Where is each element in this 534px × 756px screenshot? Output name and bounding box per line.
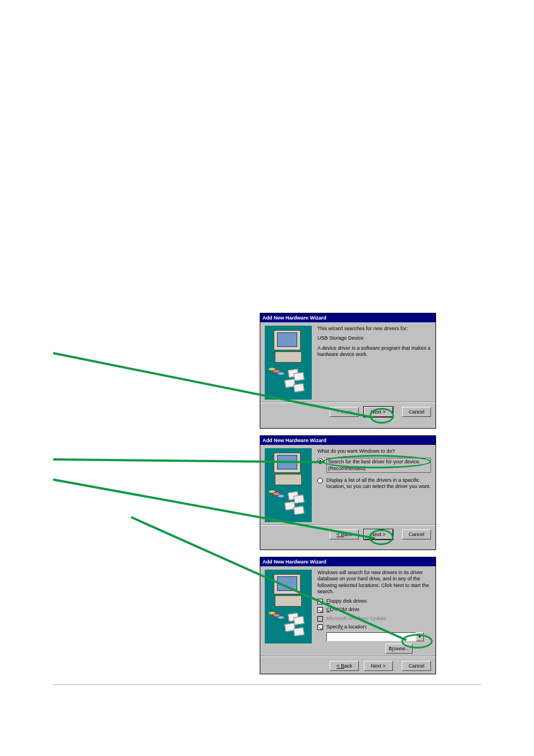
wizard-image xyxy=(265,448,312,522)
next-button[interactable]: Next > xyxy=(364,407,393,417)
radio-icon xyxy=(317,458,323,464)
page-footer-rule xyxy=(53,684,481,685)
back-button[interactable]: < Back xyxy=(330,529,359,539)
dialog-title: Add New Hardware Wizard xyxy=(260,557,435,566)
checkbox-icon xyxy=(317,624,323,630)
radio-search-best-driver[interactable]: Search for the best driver for your devi… xyxy=(317,458,431,473)
checkbox-floppy[interactable]: Floppy disk drives xyxy=(317,598,431,604)
checkbox-cdrom[interactable]: CD-ROM drive xyxy=(317,607,431,613)
wizard-dialog-3: Add New Hardware Wizard Windows will sea… xyxy=(260,557,436,674)
radio-label: Display a list of all the drivers in a s… xyxy=(326,477,431,490)
wizard3-intro: Windows will search for new drivers in i… xyxy=(317,570,431,595)
checkbox-windows-update: Microsoft Windows Update xyxy=(317,616,431,622)
cancel-button[interactable]: Cancel xyxy=(402,661,431,671)
dialog-title: Add New Hardware Wizard xyxy=(260,436,435,445)
checkbox-label: Specify a location: xyxy=(326,624,367,630)
location-input[interactable] xyxy=(326,632,416,641)
wizard-image xyxy=(265,326,312,400)
wizard-image xyxy=(265,570,312,644)
radio-label: Search for the best driver for your devi… xyxy=(326,458,431,473)
checkbox-label: Microsoft Windows Update xyxy=(326,616,386,622)
checkbox-label: Floppy disk drives xyxy=(326,598,367,604)
checkbox-icon xyxy=(317,599,323,604)
wizard-dialog-2: Add New Hardware Wizard What do you want… xyxy=(260,435,436,550)
wizard1-line1: This wizard searches for new drivers for… xyxy=(317,326,431,332)
back-button: < Back xyxy=(330,407,359,417)
cancel-button[interactable]: Cancel xyxy=(402,529,431,539)
next-button[interactable]: Next > xyxy=(364,529,393,539)
wizard2-prompt: What do you want Windows to do? xyxy=(317,448,431,454)
radio-icon xyxy=(317,478,323,483)
back-button[interactable]: < Back xyxy=(330,661,359,671)
checkbox-icon xyxy=(317,607,323,613)
dialog-title: Add New Hardware Wizard xyxy=(260,313,435,322)
radio-display-driver-list[interactable]: Display a list of all the drivers in a s… xyxy=(317,477,431,490)
wizard1-device-name: USB Storage Device xyxy=(317,335,431,341)
location-dropdown-icon[interactable]: ▼ xyxy=(416,632,424,641)
cancel-button[interactable]: Cancel xyxy=(402,407,431,417)
wizard1-line2: A device driver is a software program th… xyxy=(317,345,431,358)
checkbox-icon xyxy=(317,616,323,622)
browse-button[interactable]: Browse... xyxy=(386,644,413,654)
next-button[interactable]: Next > xyxy=(364,661,393,671)
checkbox-label: CD-ROM drive xyxy=(326,607,359,613)
checkbox-specify-location[interactable]: Specify a location: xyxy=(317,624,431,630)
wizard-dialog-1: Add New Hardware Wizard This wizard sear… xyxy=(260,313,436,429)
